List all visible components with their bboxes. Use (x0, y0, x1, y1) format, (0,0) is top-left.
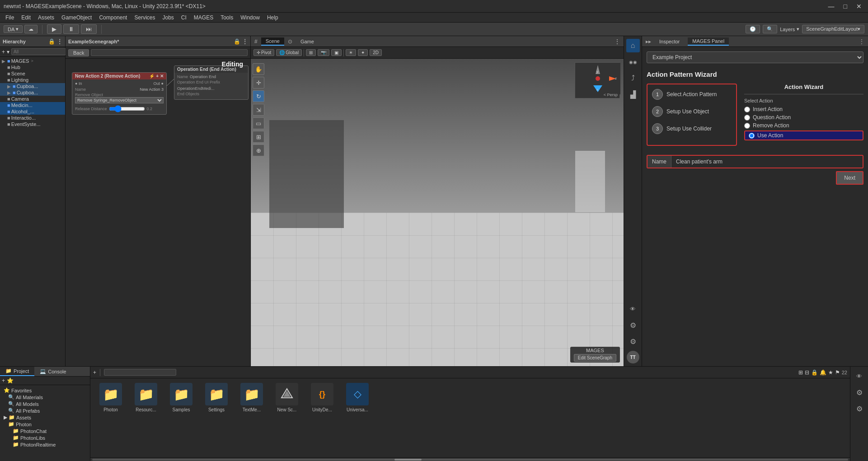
scene-menu-icon[interactable]: ⋮ (615, 38, 620, 45)
tree-all-materials[interactable]: 🔍 All Materials (2, 394, 88, 400)
hierarchy-menu-icon[interactable]: ⋮ (57, 38, 62, 45)
aw-option-remove[interactable]: Remove Action (744, 122, 863, 129)
tab-mages-panel[interactable]: MAGES Panel (688, 37, 729, 46)
step-button[interactable]: ⏭ (81, 24, 97, 34)
asset-samples[interactable]: 📁 Samples (165, 383, 197, 412)
asset-newscene[interactable]: New Sc... (271, 383, 303, 412)
assets-star-icon[interactable]: ★ (828, 369, 833, 376)
back-button[interactable]: Back (68, 49, 89, 56)
hierarchy-item-hub[interactable]: ■ Hub (0, 64, 65, 70)
aw-radio-remove[interactable] (744, 123, 750, 129)
tool-custom[interactable]: ⊕ (253, 144, 264, 156)
next-button[interactable]: Next (836, 171, 863, 185)
hierarchy-item-cupboard2[interactable]: ▶ ■ Cupboa... (0, 89, 65, 96)
menu-assets[interactable]: Assets (34, 14, 58, 22)
minimize-button[interactable]: — (826, 2, 837, 11)
sg-search-input[interactable] (91, 49, 248, 56)
menu-gameobject[interactable]: GameObject (58, 14, 95, 22)
bottom-scrollbar[interactable] (90, 457, 850, 461)
hierarchy-item-eventsystem[interactable]: ■ EventSyste... (0, 121, 65, 127)
aw-radio-use[interactable] (749, 133, 755, 139)
tree-photon[interactable]: 📁 Photon (2, 421, 88, 428)
bottom-right-icon-eye[interactable]: 👁 (853, 369, 866, 383)
hierarchy-arrow-icon[interactable]: ▾ (7, 49, 9, 55)
aw-radio-insert[interactable] (744, 107, 750, 112)
right-icon-settings1[interactable]: ⚙ (626, 318, 640, 332)
scene-cam-button[interactable]: 📷 (318, 49, 329, 56)
asset-universal[interactable]: ◇ Universa... (342, 383, 373, 412)
tab-console[interactable]: 💻 Console (34, 367, 71, 376)
sg-menu-icon[interactable]: ⋮ (242, 38, 248, 45)
sg-release-slider[interactable] (109, 105, 145, 112)
tab-game[interactable]: Game (296, 38, 319, 45)
sg-node-btn1[interactable]: ⚡ (149, 74, 155, 79)
menu-mages[interactable]: MAGES (190, 14, 217, 22)
asset-settings[interactable]: 📁 Settings (201, 383, 232, 412)
assets-view-icon1[interactable]: ⊞ (798, 369, 803, 376)
scene-lighting-button[interactable]: ☀ (346, 49, 356, 56)
menu-component[interactable]: Component (95, 14, 131, 22)
hierarchy-item-cupboard1[interactable]: ▶ ■ Cupboa... (0, 83, 65, 89)
assets-view-icon2[interactable]: ⊟ (805, 369, 809, 376)
tree-photonchat[interactable]: 📁 PhotonChat (2, 428, 88, 434)
tree-favorites[interactable]: ⭐ Favorites (2, 387, 88, 394)
right-icon-chart[interactable]: ▟ (626, 88, 640, 101)
assets-fav-icon[interactable]: 🔒 (811, 369, 818, 376)
scene-grid-button[interactable]: ⊞ (306, 49, 316, 56)
tab-scene[interactable]: Scene (261, 37, 284, 46)
assets-flag-icon[interactable]: ⚑ (835, 369, 840, 376)
layout-button[interactable]: SceneGraphEditLayout▾ (802, 25, 864, 33)
tree-all-models[interactable]: 🔍 All Models (2, 400, 88, 407)
sg-lock-icon[interactable]: 🔒 (234, 38, 240, 45)
scene-2d-button[interactable]: 2D (370, 49, 382, 56)
menu-window[interactable]: Window (237, 14, 263, 22)
sg-node-btn2[interactable]: + (156, 74, 159, 79)
aw-option-insert[interactable]: Insert Action (744, 106, 863, 112)
assets-search-input[interactable] (104, 369, 176, 376)
edit-scenegraph-button[interactable]: Edit SceneGraph (574, 354, 616, 362)
bottom-right-icon-settings2[interactable]: ⚙ (853, 402, 866, 415)
hierarchy-item-interaction[interactable]: ■ Interactio... (0, 115, 65, 121)
tool-move[interactable]: ✛ (253, 77, 264, 88)
bottom-plus-btn[interactable]: + (2, 377, 5, 384)
bottom-right-icon-settings1[interactable]: ⚙ (853, 386, 866, 399)
project-select[interactable]: Example Project (647, 51, 863, 63)
sg-action-select[interactable]: Remove Syringe_RemoveObject (75, 97, 164, 103)
avatar[interactable]: TT (627, 351, 639, 363)
asset-photon[interactable]: 📁 Photon (95, 383, 127, 412)
menu-tools[interactable]: Tools (217, 14, 237, 22)
hierarchy-plus-icon[interactable]: + (2, 49, 5, 55)
search-button[interactable]: 🔍 (763, 25, 777, 33)
tool-hand[interactable]: ✋ (253, 63, 264, 75)
aw-option-question[interactable]: Question Action (744, 114, 863, 121)
right-icon-vr[interactable]: ◉◉ (626, 55, 640, 69)
tree-photonlibs[interactable]: 📁 PhotonLibs (2, 434, 88, 441)
tab-project[interactable]: 📁 Project (0, 367, 34, 376)
sg-node-btn3[interactable]: ✕ (160, 74, 164, 79)
hierarchy-item-mages[interactable]: ▶ ■ MAGES > (0, 58, 65, 64)
menu-ci[interactable]: CI (178, 14, 190, 22)
global-button[interactable]: 🌐 Global (276, 49, 302, 56)
inspector-menu-icon[interactable]: ⋮ (859, 38, 864, 45)
pause-button[interactable]: ⏸ (63, 24, 79, 34)
tree-assets-root[interactable]: ▶ 📁 Assets (2, 414, 88, 421)
bottom-main-plus[interactable]: + (93, 369, 96, 376)
maximize-button[interactable]: □ (841, 2, 850, 11)
pivot-button[interactable]: ✛ Pivot (253, 49, 274, 56)
hierarchy-lock-icon[interactable]: 🔒 (48, 38, 55, 45)
right-icon-home[interactable]: ⌂ (626, 39, 640, 52)
hierarchy-item-alcohol[interactable]: ■ Alcohol_... (0, 108, 65, 115)
tree-photonrealtime[interactable]: 📁 PhotonRealtime (2, 441, 88, 448)
asset-unityde[interactable]: {} UnityDe... (306, 383, 338, 412)
cloud-button[interactable]: ☁ (24, 25, 38, 33)
assets-bell-icon[interactable]: 🔔 (820, 369, 826, 376)
close-button[interactable]: ✕ (854, 2, 864, 11)
hierarchy-item-medicin[interactable]: ■ Medicin... (0, 102, 65, 108)
tool-rotate[interactable]: ↻ (253, 90, 264, 102)
menu-file[interactable]: File (2, 14, 18, 22)
menu-jobs[interactable]: Jobs (159, 14, 177, 22)
right-icon-settings2[interactable]: ⚙ (626, 335, 640, 348)
asset-resources[interactable]: 📁 Resourc... (130, 383, 162, 412)
asset-textmesh[interactable]: 📁 TextMe... (236, 383, 267, 412)
play-button[interactable]: ▶ (47, 24, 61, 34)
